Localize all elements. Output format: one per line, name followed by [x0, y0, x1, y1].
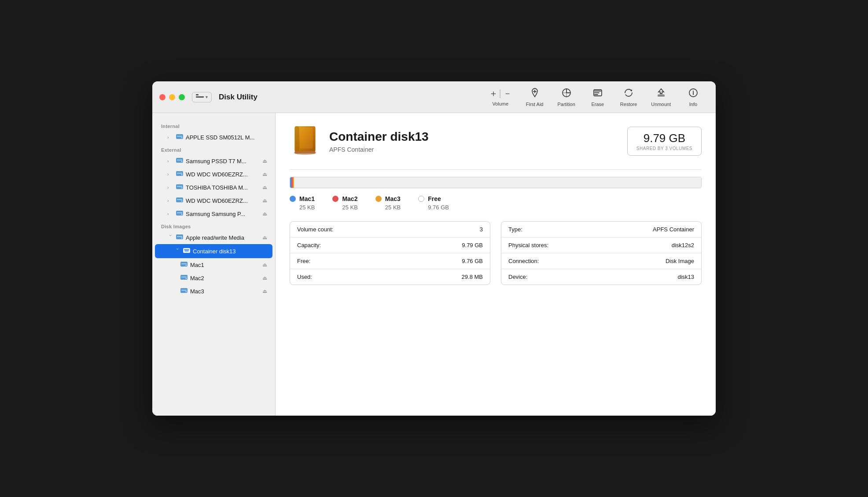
chevron-right-icon: › — [167, 172, 173, 177]
table-row: Physical stores: disk12s2 — [501, 238, 701, 253]
eject-icon[interactable]: ⏏ — [262, 275, 267, 281]
sidebar-item-apple-rw[interactable]: › Apple read/write Media ⏏ — [155, 231, 272, 244]
table-row: Type: APFS Container — [501, 222, 701, 238]
details-value: 9.76 GB — [462, 258, 483, 264]
chevron-right-icon: › — [167, 185, 173, 190]
disk-icon — [175, 133, 184, 142]
eject-icon[interactable]: ⏏ — [262, 262, 267, 268]
details-value: APFS Container — [653, 226, 694, 233]
legend-mac3-size: 25 KB — [375, 204, 401, 211]
eject-icon[interactable]: ⏏ — [262, 288, 267, 294]
info-toolbar-item[interactable]: Info — [678, 85, 709, 110]
sidebar-item-mac2[interactable]: Mac2 ⏏ — [155, 271, 272, 285]
legend-free-name: Free — [418, 195, 449, 202]
view-button[interactable]: ▾ — [192, 92, 212, 102]
chevron-right-icon: › — [167, 159, 173, 164]
sidebar-item-wd-wdc1[interactable]: › WD WDC WD60EZRZ... ⏏ — [155, 168, 272, 181]
firstaid-toolbar-item[interactable]: First Aid — [519, 85, 551, 110]
disk-info: Container disk13 APFS Container — [329, 129, 618, 153]
table-row: Used: 29.8 MB — [290, 269, 490, 285]
details-key: Free: — [297, 258, 462, 264]
unmount-label: Unmount — [651, 102, 671, 107]
container-icon — [182, 246, 191, 256]
maximize-button[interactable] — [179, 94, 185, 100]
svg-rect-37 — [295, 126, 299, 152]
svg-rect-25 — [184, 249, 189, 250]
divider — [290, 169, 702, 170]
unmount-icon — [656, 88, 666, 100]
table-row: Free: 9.76 GB — [290, 253, 490, 269]
sidebar-item-label: Container disk13 — [193, 248, 267, 255]
unmount-toolbar-item[interactable]: Unmount — [644, 85, 678, 110]
sidebar-section-diskimages: Disk Images — [152, 220, 275, 231]
legend-free-size: 9.76 GB — [418, 204, 449, 211]
details-key: Used: — [297, 274, 462, 280]
legend-mac1: Mac1 25 KB — [290, 195, 315, 211]
eject-icon[interactable]: ⏏ — [262, 211, 267, 217]
sidebar-item-samsung-pssd[interactable]: › Samsung PSSD T7 M... ⏏ — [155, 154, 272, 168]
close-button[interactable] — [159, 94, 166, 100]
legend-mac1-label: Mac1 — [299, 195, 315, 202]
svg-point-14 — [181, 187, 183, 189]
svg-rect-10 — [177, 173, 182, 174]
eject-icon[interactable]: ⏏ — [262, 234, 267, 241]
restore-toolbar-item[interactable]: Restore — [613, 85, 644, 110]
sidebar-item-label: WD WDC WD60EZRZ... — [186, 171, 261, 178]
sidebar-item-toshiba[interactable]: › TOSHIBA TOSHIBA M... ⏏ — [155, 181, 272, 194]
legend-mac3: Mac3 25 KB — [375, 195, 401, 211]
sidebar-item-samsung-p[interactable]: › Samsung Samsung P... ⏏ — [155, 207, 272, 220]
divider-icon: │ — [498, 90, 503, 98]
app-title: Disk Utility — [219, 93, 257, 102]
sidebar-item-label: APPLE SSD SM0512L M... — [186, 134, 267, 141]
sidebar-item-label: Samsung PSSD T7 M... — [186, 158, 261, 164]
volume-toolbar-item[interactable]: ＋ │ － Volume — [482, 85, 519, 109]
disk-size-value: 9.79 GB — [636, 132, 692, 145]
info-label: Info — [689, 102, 697, 107]
sidebar-item-mac3[interactable]: Mac3 ⏏ — [155, 285, 272, 298]
traffic-lights — [159, 94, 185, 100]
sidebar-item-label: Samsung Samsung P... — [186, 211, 261, 217]
firstaid-icon — [530, 88, 540, 100]
erase-toolbar-item[interactable]: Erase — [582, 85, 613, 110]
left-details-table: Volume count: 3 Capacity: 9.79 GB Free: … — [290, 221, 490, 285]
disk-thumbnail — [290, 124, 320, 159]
sidebar-toggle-icon — [196, 94, 204, 100]
eject-icon[interactable]: ⏏ — [262, 158, 267, 164]
legend-dot-free — [418, 196, 424, 202]
volume-label: Volume — [492, 101, 508, 106]
eject-icon[interactable]: ⏏ — [262, 197, 267, 204]
restore-label: Restore — [620, 102, 637, 107]
minimize-button[interactable] — [169, 94, 175, 100]
eject-icon[interactable]: ⏏ — [262, 171, 267, 177]
disk-image-icon — [291, 124, 319, 158]
sidebar-item-label: WD WDC WD60EZRZ... — [186, 197, 261, 204]
table-row: Device: disk13 — [501, 269, 701, 285]
svg-rect-19 — [177, 212, 182, 213]
details-key: Device: — [508, 274, 677, 280]
eject-icon[interactable]: ⏏ — [262, 184, 267, 190]
sidebar: Internal › APPLE SSD SM0512L M... Extern… — [152, 113, 276, 416]
legend-free: Free 9.76 GB — [418, 195, 449, 211]
right-details-table: Type: APFS Container Physical stores: di… — [501, 221, 702, 285]
sidebar-item-label: Mac2 — [190, 275, 261, 281]
sidebar-item-wd-wdc2[interactable]: › WD WDC WD60EZRZ... ⏏ — [155, 194, 272, 207]
titlebar: ▾ Disk Utility ＋ │ － Volume — [152, 81, 716, 113]
svg-rect-24 — [183, 248, 190, 253]
sidebar-section-external: External — [152, 144, 275, 154]
details-value: 3 — [480, 226, 483, 233]
sidebar-item-container-disk13[interactable]: › Container disk13 — [155, 244, 272, 258]
svg-point-28 — [186, 265, 187, 266]
legend-mac1-size: 25 KB — [290, 204, 315, 211]
partition-toolbar-item[interactable]: Partition — [550, 85, 582, 110]
disk-icon — [175, 170, 184, 179]
disk-icon — [175, 157, 184, 165]
svg-point-8 — [181, 161, 183, 162]
sidebar-item-apple-ssd[interactable]: › APPLE SSD SM0512L M... — [155, 131, 272, 144]
sidebar-item-mac1[interactable]: Mac1 ⏏ — [155, 258, 272, 271]
svg-point-34 — [186, 291, 187, 292]
disk-header: Container disk13 APFS Container 9.79 GB … — [290, 124, 702, 159]
svg-point-17 — [181, 201, 183, 202]
legend-dot-mac1 — [290, 196, 296, 202]
details-key: Connection: — [508, 258, 666, 264]
details-key: Capacity: — [297, 242, 462, 248]
